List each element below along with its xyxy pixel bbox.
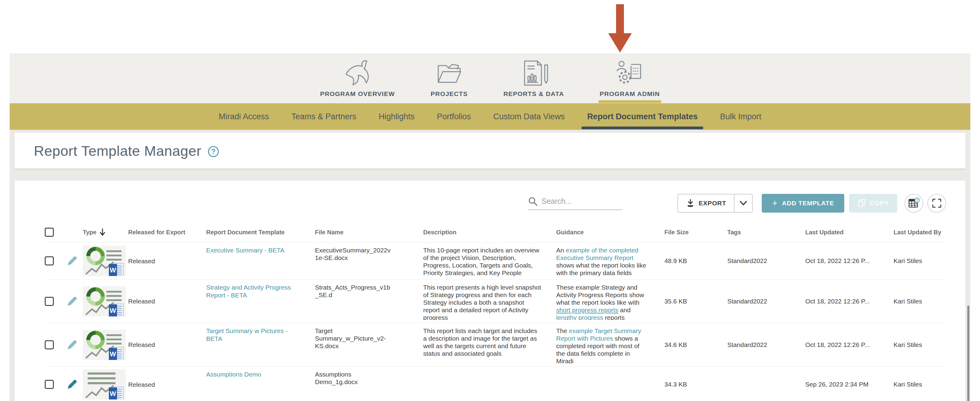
column-header-guidance[interactable]: Guidance [556, 228, 664, 237]
template-name-link[interactable]: Target Summary w Pictures - BETA [206, 327, 297, 343]
word-doc-icon: W [109, 387, 123, 399]
row-checkbox[interactable] [45, 380, 54, 389]
subnav-miradi-access[interactable]: Miradi Access [218, 103, 270, 130]
last-updated: Oct 18, 2022 12:26 P... [805, 298, 870, 305]
nav-program-admin[interactable]: PROGRAM ADMIN [600, 54, 660, 103]
export-dropdown-button[interactable] [734, 195, 752, 212]
word-doc-icon: W [109, 304, 123, 317]
column-header-description[interactable]: Description [423, 228, 556, 237]
nav-label: REPORTS & DATA [503, 90, 564, 98]
column-label: Report Document Template [206, 229, 285, 236]
subnav-label: Custom Data Views [493, 112, 565, 121]
column-header-file-name[interactable]: File Name [315, 228, 423, 237]
guidance-link[interactable]: example of the completed Executive Summa… [556, 247, 638, 261]
subnav-label: Portfolios [437, 112, 471, 121]
subnav-label: Report Document Templates [587, 112, 698, 121]
vertical-scrollbar[interactable] [967, 306, 969, 401]
add-template-button[interactable]: + ADD TEMPLATE [762, 194, 844, 212]
column-label: File Name [315, 229, 344, 236]
subnav-custom-data-views[interactable]: Custom Data Views [492, 103, 566, 130]
template-type-thumbnail: W [83, 286, 126, 317]
subnav-highlights[interactable]: Highlights [377, 103, 416, 130]
table-body: W Released Executive Summary - BETA Exec… [14, 242, 966, 401]
file-size: 35.6 KB [664, 298, 687, 305]
released-status: Released [128, 298, 155, 305]
table-toolbar: EXPORT + ADD TEMPLATE COPY [14, 181, 966, 212]
admin-gear-icon [613, 58, 646, 89]
content-area: Report Template Manager ? [10, 130, 970, 401]
column-header-released[interactable]: Released for Export [128, 228, 206, 237]
table-header-row: Type Released for Export Report Document… [14, 212, 966, 242]
search-input[interactable] [541, 197, 622, 206]
edit-pencil-icon[interactable] [66, 295, 78, 307]
svg-text:W: W [110, 390, 116, 397]
subnav-report-document-templates[interactable]: Report Document Templates [586, 103, 699, 130]
svg-text:?: ? [916, 198, 918, 202]
nav-projects[interactable]: PROJECTS [431, 54, 468, 98]
last-updated: Oct 18, 2022 12:26 P... [805, 341, 870, 349]
nav-program-overview[interactable]: PROGRAM OVERVIEW [320, 54, 395, 98]
copy-button-disabled[interactable]: COPY [849, 194, 897, 212]
last-updated-by: Kari Stiles [894, 381, 922, 388]
column-header-tags[interactable]: Tags [727, 228, 805, 237]
subnav-label: Highlights [379, 112, 415, 121]
guidance-link[interactable]: lengthy progress [556, 314, 603, 320]
last-updated-by: Kari Stiles [894, 298, 922, 305]
column-label: Released for Export [128, 229, 185, 236]
column-header-type[interactable]: Type [83, 228, 128, 237]
export-button[interactable]: EXPORT [678, 195, 734, 212]
row-checkbox[interactable] [45, 297, 54, 306]
plus-icon: + [772, 198, 778, 208]
column-label: Last Updated [805, 229, 844, 236]
active-subnav-underline [582, 127, 703, 129]
edit-pencil-icon[interactable] [66, 378, 78, 390]
search-icon [528, 197, 538, 206]
tags: Standard2022 [727, 298, 767, 305]
column-header-file-size[interactable]: File Size [664, 228, 727, 237]
help-icon[interactable]: ? [207, 146, 220, 158]
edit-pencil-icon[interactable] [66, 339, 78, 351]
report-template-table-panel: EXPORT + ADD TEMPLATE COPY [14, 181, 966, 401]
column-label: File Size [664, 229, 689, 236]
column-header-last-updated-by[interactable]: Last Updated By [894, 228, 946, 237]
subnav-portfolios[interactable]: Portfolios [436, 103, 472, 130]
table-row: W Released Executive Summary - BETA Exec… [45, 242, 946, 279]
guidance-text: The [556, 327, 569, 334]
file-size: 34.3 KB [664, 381, 687, 388]
subnav-bulk-import[interactable]: Bulk Import [719, 103, 763, 130]
template-name-link[interactable]: Executive Summary - BETA [206, 246, 285, 254]
secondary-nav: Miradi Access Teams & Partners Highlight… [10, 103, 970, 130]
copy-icon [858, 199, 866, 208]
guidance-link[interactable]: short progress reports [556, 306, 618, 314]
primary-nav: PROGRAM OVERVIEW PROJECTS REPORTS & DATA [10, 54, 970, 103]
export-label: EXPORT [698, 200, 726, 207]
annotation-arrow-down [608, 4, 632, 55]
column-header-template[interactable]: Report Document Template [206, 228, 315, 237]
fullscreen-button[interactable] [928, 194, 946, 212]
row-checkbox[interactable] [45, 340, 54, 349]
subnav-label: Teams & Partners [291, 112, 356, 121]
guidance-cell: The example Target Summary Report with P… [556, 327, 648, 363]
select-all-checkbox[interactable] [45, 228, 54, 237]
guidance-text: reports [603, 314, 625, 320]
guidance-text: These example Strategy and Activity Prog… [556, 284, 644, 306]
row-checkbox[interactable] [45, 256, 54, 265]
word-doc-icon: W [109, 347, 123, 360]
tags: Standard2022 [727, 257, 767, 265]
template-name-link[interactable]: Strategy and Activity Progress Report - … [206, 284, 297, 299]
column-header-last-updated[interactable]: Last Updated [805, 228, 894, 237]
guidance-text: An [556, 247, 566, 254]
word-doc-icon: W [109, 263, 123, 276]
edit-pencil-icon[interactable] [66, 255, 78, 267]
column-settings-button[interactable]: ? [904, 194, 923, 212]
template-name-link[interactable]: Assumptions Demo [206, 371, 261, 378]
template-type-thumbnail: W [83, 246, 126, 276]
description-cell: This 10-page report includes an overview… [423, 246, 542, 277]
nav-reports-data[interactable]: REPORTS & DATA [503, 54, 564, 98]
guidance-cell: An example of the completed Executive Su… [556, 246, 648, 277]
page-header-panel: Report Template Manager ? [14, 133, 966, 168]
column-label: Type [83, 229, 96, 236]
report-document-icon [517, 58, 550, 89]
svg-text:?: ? [211, 147, 216, 155]
subnav-teams-partners[interactable]: Teams & Partners [290, 103, 358, 130]
